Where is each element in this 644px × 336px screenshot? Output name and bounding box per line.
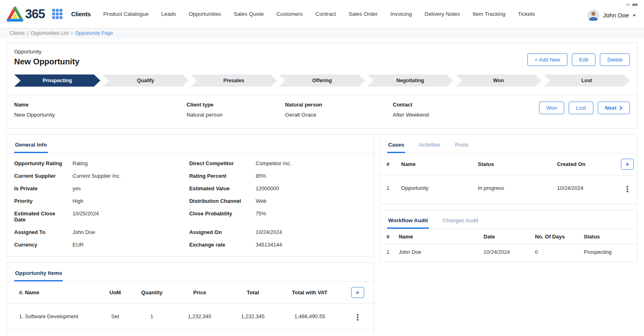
stage-negotiating[interactable]: Negotiating bbox=[367, 74, 453, 87]
nav-item-opportunities[interactable]: Opportunities bbox=[189, 11, 221, 17]
add-item-button[interactable]: + bbox=[351, 287, 364, 298]
case-status: In progress bbox=[475, 175, 554, 201]
column-header-name: #. Name bbox=[7, 282, 99, 304]
breadcrumb-opportunities-list[interactable]: Opportunities List bbox=[31, 30, 68, 36]
tab-general-info[interactable]: General Info bbox=[14, 138, 48, 153]
header-actions: + Add New Edit Delete bbox=[527, 53, 630, 66]
field-label: Current Supplier bbox=[14, 173, 67, 179]
column-header-number: # bbox=[380, 153, 398, 175]
row-menu-button[interactable] bbox=[353, 310, 363, 323]
field-value: Current Supplier Inc. bbox=[73, 173, 183, 179]
field-label: Client type bbox=[187, 102, 285, 108]
cases-table: # Name Status Created On + 1 Opportu bbox=[380, 153, 637, 201]
nav-item-delivery-notes[interactable]: Delivery Notes bbox=[424, 11, 460, 17]
add-case-button[interactable]: + bbox=[621, 159, 634, 170]
audit-number: 1 bbox=[380, 245, 395, 260]
totals-row-usd: Total (USD): 1,466,490.55 bbox=[7, 330, 374, 336]
table-row[interactable]: 1 Opportunity In progress 10/24/2024 bbox=[380, 175, 637, 201]
tab-opportunity-items[interactable]: Opportunity Items bbox=[14, 267, 63, 281]
column-header-created-on: Created On bbox=[554, 153, 618, 175]
stage-qualify[interactable]: Qualify bbox=[102, 74, 189, 87]
tab-activities[interactable]: Activities bbox=[418, 138, 441, 153]
field-label: Name bbox=[14, 102, 187, 108]
nav-item-leads[interactable]: Leads bbox=[161, 11, 176, 17]
tab-workflow-audit[interactable]: Workflow Audit bbox=[387, 214, 429, 229]
stage-presales[interactable]: Presales bbox=[191, 74, 277, 87]
nav-item-product-catalogue[interactable]: Product Catalogue bbox=[103, 11, 149, 17]
tab-posts[interactable]: Posts bbox=[454, 138, 469, 153]
field-value: 85% bbox=[256, 173, 367, 179]
right-column: Cases Activities Posts # Name Status Cre… bbox=[380, 134, 638, 262]
field-label: Estimated Close Date bbox=[14, 211, 67, 223]
column-header-price: Price bbox=[172, 282, 227, 304]
table-row[interactable]: 1 John Doe 10/24/2024 0 Prospecting bbox=[380, 245, 637, 260]
field-value: Web bbox=[256, 198, 367, 204]
next-button[interactable]: Next bbox=[598, 102, 630, 114]
app-logo[interactable]: 365 bbox=[6, 6, 45, 22]
column-header-name: Name bbox=[398, 153, 475, 175]
summary-field-name: Name New Opportunity bbox=[14, 102, 187, 118]
page-content: Opportunity New Opportunity + Add New Ed… bbox=[0, 38, 644, 336]
lost-button[interactable]: Lost bbox=[569, 102, 593, 114]
won-button[interactable]: Won bbox=[539, 102, 565, 114]
table-header-row: # Name Date No. Of Days Status bbox=[380, 229, 637, 245]
column-header-uom: UoM bbox=[99, 282, 132, 304]
breadcrumb-separator: | bbox=[27, 30, 28, 36]
total-usd-value: 1,466,490.55 bbox=[227, 330, 279, 336]
stage-won[interactable]: Won bbox=[455, 74, 542, 87]
audit-date: 10/24/2024 bbox=[480, 245, 532, 260]
add-item-cell: + bbox=[341, 282, 374, 304]
chevron-down-icon bbox=[633, 15, 636, 17]
workflow-audit-table: # Name Date No. Of Days Status 1 John Do… bbox=[380, 229, 637, 259]
nav-item-sales-quote[interactable]: Sales Quote bbox=[234, 11, 264, 17]
workflow-audit-card: Workflow Audit Changes Audit # Name Date… bbox=[380, 210, 638, 262]
case-name: Opportunity bbox=[398, 175, 475, 201]
stage-offering[interactable]: Offering bbox=[279, 74, 365, 87]
tab-changes-audit[interactable]: Changes Audit bbox=[442, 214, 479, 229]
delete-button[interactable]: Delete bbox=[600, 53, 630, 66]
nav-item-item-tracking[interactable]: Item Tracking bbox=[473, 11, 505, 17]
nav-item-clients[interactable]: Clients bbox=[71, 11, 91, 17]
app-launcher-grid-icon[interactable] bbox=[52, 9, 62, 19]
table-row[interactable]: 1. Software Development Set 1 1,232,345 … bbox=[7, 304, 374, 330]
opportunity-items-table: #. Name UoM Quantity Price Total Total w… bbox=[7, 282, 374, 336]
general-info-card: General Info Opportunity Rating Rating D… bbox=[6, 134, 374, 257]
audit-days: 0 bbox=[532, 245, 581, 260]
breadcrumb-opportunity-page[interactable]: Opportunity Page bbox=[75, 30, 113, 36]
tab-cases[interactable]: Cases bbox=[387, 138, 405, 153]
logo-text: 365 bbox=[25, 7, 45, 21]
field-label: Direct Competitor bbox=[189, 160, 250, 166]
field-value: yes bbox=[73, 185, 183, 191]
row-menu-button[interactable] bbox=[623, 182, 632, 194]
language-switcher: ro en bbox=[626, 2, 638, 7]
item-total-with-vat: 1,466,490.55 bbox=[279, 304, 341, 330]
workflow-tabs: Workflow Audit Changes Audit bbox=[380, 210, 637, 229]
nav-item-invoicing[interactable]: Invoicing bbox=[390, 11, 412, 17]
cases-card: Cases Activities Posts # Name Status Cre… bbox=[380, 134, 638, 204]
stage-progress-bar: Prospecting Qualify Presales Offering Ne… bbox=[14, 74, 630, 87]
nav-item-contract[interactable]: Contract bbox=[316, 11, 336, 17]
language-en[interactable]: en bbox=[632, 2, 638, 7]
user-menu[interactable]: John Doe bbox=[587, 7, 636, 21]
table-header-row: #. Name UoM Quantity Price Total Total w… bbox=[7, 282, 374, 304]
field-value: After Weekend bbox=[393, 112, 539, 118]
field-value: 75% bbox=[256, 211, 367, 217]
opportunity-header-card: Opportunity New Opportunity + Add New Ed… bbox=[6, 43, 638, 129]
item-quantity: 1 bbox=[132, 304, 172, 330]
breadcrumb-clients[interactable]: Clients bbox=[10, 30, 25, 36]
language-ro[interactable]: ro bbox=[626, 2, 630, 7]
stage-prospecting[interactable]: Prospecting bbox=[14, 74, 100, 87]
main-nav: Clients Product Catalogue Leads Opportun… bbox=[71, 11, 535, 17]
nav-item-tickets[interactable]: Tickets bbox=[518, 11, 535, 17]
field-value: 12000000 bbox=[256, 185, 367, 191]
field-label: Opportunity Rating bbox=[14, 160, 67, 166]
edit-button[interactable]: Edit bbox=[572, 53, 595, 66]
breadcrumb: Clients | Opportunities List › Opportuni… bbox=[0, 28, 644, 38]
column-header-date: Date bbox=[480, 229, 532, 245]
nav-item-customers[interactable]: Customers bbox=[276, 11, 303, 17]
add-new-button[interactable]: + Add New bbox=[527, 53, 567, 66]
nav-item-sales-order[interactable]: Sales Order bbox=[349, 11, 378, 17]
field-value: 10/25/2024 bbox=[73, 211, 183, 217]
column-header-days: No. Of Days bbox=[532, 229, 581, 245]
stage-lost[interactable]: Lost bbox=[544, 74, 630, 87]
